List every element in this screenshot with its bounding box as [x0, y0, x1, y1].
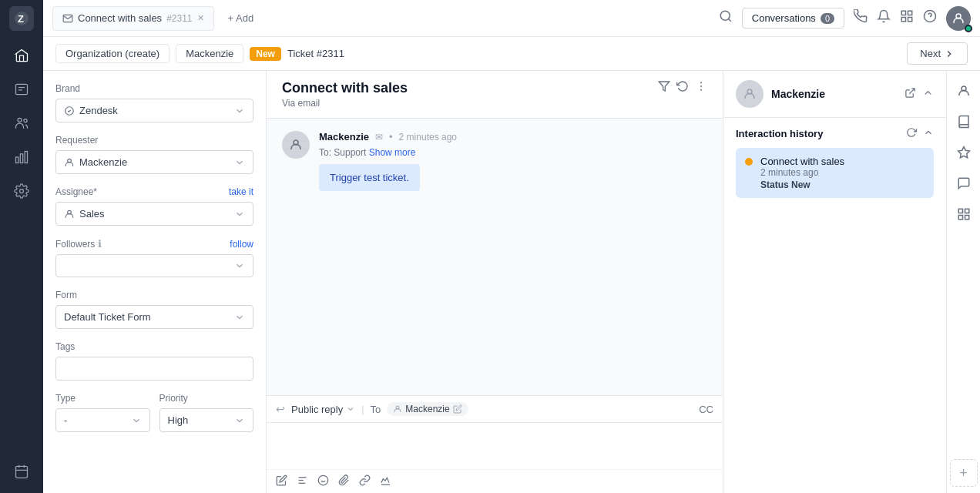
priority-select[interactable]: High	[159, 408, 254, 432]
book-icon[interactable]	[950, 108, 978, 136]
link-icon[interactable]	[359, 475, 371, 488]
tab-title: Connect with sales	[78, 12, 162, 24]
priority-field: Priority High	[159, 393, 254, 432]
tags-input[interactable]	[55, 357, 253, 381]
text-format-icon[interactable]	[297, 475, 308, 488]
nav-users-icon[interactable]	[6, 108, 37, 139]
refresh-icon[interactable]	[906, 127, 917, 140]
brand-field: Brand Zendesk	[55, 83, 253, 122]
cc-button[interactable]: CC	[699, 404, 713, 415]
collapse-icon[interactable]	[922, 87, 934, 101]
sub-header: Organization (create) Mackenzie New Tick…	[43, 37, 980, 71]
active-tab[interactable]: Connect with sales #2311 ✕	[52, 6, 214, 31]
interaction-item[interactable]: Connect with sales 2 minutes ago Status …	[736, 148, 934, 198]
take-it-link[interactable]: take it	[229, 186, 253, 197]
apps-icon[interactable]	[950, 200, 978, 228]
brand-select[interactable]: Zendesk	[55, 99, 253, 122]
search-icon[interactable]	[719, 9, 733, 27]
main-content: Connect with sales #2311 ✕ + Add Convers…	[43, 0, 980, 493]
reply-separator: |	[361, 404, 364, 415]
logo[interactable]: Z	[9, 6, 34, 31]
assignee-select[interactable]: Sales	[55, 202, 253, 226]
message-content: Mackenzie ✉ • 2 minutes ago To: Support …	[319, 131, 707, 191]
open-external-icon[interactable]	[904, 87, 916, 101]
phone-icon[interactable]	[854, 9, 868, 27]
help-icon[interactable]	[923, 9, 937, 27]
reply-toolbar: ↩ Public reply | To Mackenzie	[267, 396, 723, 423]
svg-text:Z: Z	[18, 13, 24, 25]
compose-icon[interactable]	[276, 475, 287, 488]
reply-body[interactable]	[267, 423, 723, 469]
form-select[interactable]: Default Ticket Form	[55, 305, 253, 329]
customer-actions	[904, 87, 934, 101]
followers-label: Followers ℹ follow	[55, 238, 253, 250]
nav-settings-icon[interactable]	[6, 176, 37, 206]
message-sender: Mackenzie	[319, 131, 369, 143]
edit-recipient-icon[interactable]	[453, 404, 462, 414]
sidebar-nav: Z	[0, 0, 43, 493]
ticket-title: Connect with sales	[282, 80, 408, 96]
section-collapse-icon[interactable]	[923, 127, 934, 140]
tab-close-icon[interactable]: ✕	[197, 13, 204, 23]
priority-label: Priority	[159, 393, 254, 404]
section-actions	[906, 127, 934, 140]
bell-icon[interactable]	[877, 9, 891, 27]
recipient-name: Mackenzie	[405, 404, 449, 414]
message-to: To: Support Show more	[319, 147, 707, 158]
assignee-chevron-icon	[234, 209, 245, 220]
history-icon[interactable]	[676, 80, 689, 96]
user-avatar[interactable]	[946, 6, 971, 31]
next-button[interactable]: Next	[907, 42, 968, 65]
form-chevron-icon	[234, 312, 245, 323]
customer-name: Mackenzie	[771, 88, 897, 100]
svg-point-30	[700, 89, 702, 91]
followers-chevron-icon	[234, 260, 245, 271]
tab-id: #2311	[166, 13, 192, 24]
attachment-icon[interactable]	[338, 475, 350, 488]
svg-rect-47	[965, 216, 968, 220]
message-time: 2 minutes ago	[399, 132, 457, 143]
follow-link[interactable]: follow	[230, 239, 253, 250]
far-right-bar: +	[946, 71, 980, 493]
nav-calendar-icon[interactable]	[6, 456, 37, 487]
customer-avatar	[736, 80, 764, 108]
grid-icon[interactable]	[900, 9, 914, 27]
add-section-icon[interactable]: +	[950, 459, 978, 487]
type-value: -	[64, 414, 67, 426]
conversations-badge: 0	[821, 13, 834, 24]
type-select[interactable]: -	[55, 408, 150, 432]
signature-icon[interactable]	[380, 475, 391, 488]
requester-label: Requester	[55, 135, 253, 146]
requester-field: Requester Mackenzie	[55, 135, 253, 174]
chevron-down-icon	[234, 106, 245, 116]
svg-rect-18	[908, 11, 912, 15]
more-icon[interactable]	[695, 80, 707, 96]
reply-type-button[interactable]: Public reply	[291, 404, 355, 415]
show-more-link[interactable]: Show more	[369, 147, 416, 158]
message-bubble: Trigger test ticket.	[319, 164, 420, 191]
svg-rect-17	[901, 11, 905, 15]
nav-tickets-icon[interactable]	[6, 74, 37, 105]
chat-icon[interactable]	[950, 169, 978, 197]
assignee-label: Assignee* take it	[55, 186, 253, 197]
breadcrumb-org[interactable]: Organization (create)	[55, 44, 169, 63]
svg-rect-19	[901, 18, 905, 22]
emoji-icon[interactable]	[317, 475, 329, 488]
svg-rect-45	[965, 209, 968, 213]
requester-select[interactable]: Mackenzie	[55, 150, 253, 174]
user-profile-icon[interactable]	[950, 77, 978, 105]
followers-info-icon[interactable]: ℹ	[98, 238, 102, 250]
nav-analytics-icon[interactable]	[6, 142, 37, 173]
form-label: Form	[55, 290, 253, 300]
nav-home-icon[interactable]	[6, 40, 37, 71]
followers-select[interactable]	[55, 254, 253, 277]
breadcrumb-user[interactable]: Mackenzie	[176, 44, 243, 63]
svg-rect-46	[958, 216, 962, 220]
ticket-header: Connect with sales Via email	[267, 71, 723, 119]
sparkle-icon[interactable]	[950, 139, 978, 166]
interaction-status: Status New	[760, 179, 925, 190]
add-tab-button[interactable]: + Add	[220, 9, 262, 27]
svg-rect-8	[20, 154, 22, 163]
filter-icon[interactable]	[658, 80, 670, 96]
conversations-button[interactable]: Conversations 0	[742, 8, 844, 29]
